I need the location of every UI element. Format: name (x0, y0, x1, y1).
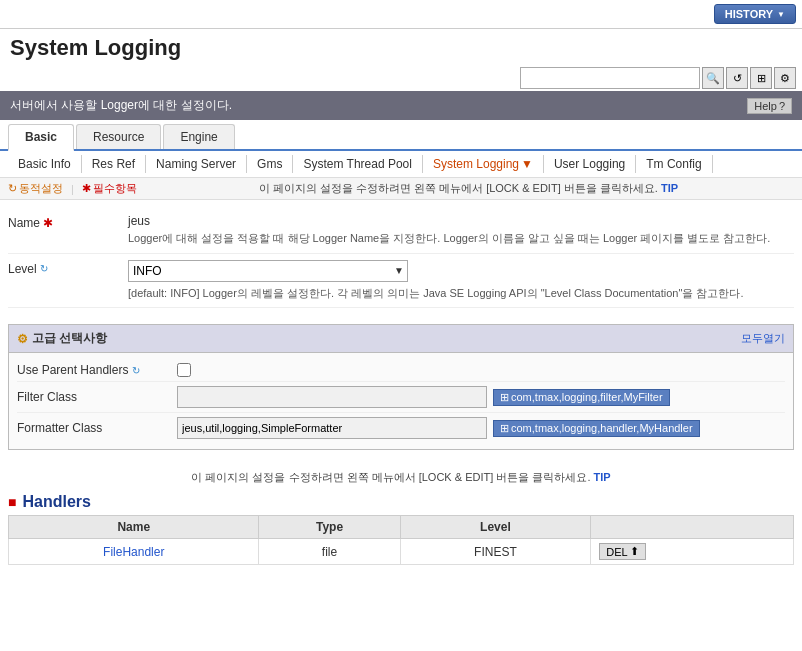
adv-use-parent-handlers-label: Use Parent Handlers ↻ (17, 363, 177, 377)
name-desc: Logger에 대해 설정을 적용할 때 해당 Logger Name을 지정한… (128, 230, 794, 247)
name-value: jeus Logger에 대해 설정을 적용할 때 해당 Logger Name… (128, 214, 794, 247)
table-row: FileHandler file FINEST DEL ⬆ (9, 539, 794, 565)
use-parent-handlers-checkbox[interactable] (177, 363, 191, 377)
name-label: Name ✱ (8, 214, 128, 232)
level-desc: [default: INFO] Logger의 레벨을 설정한다. 각 레벨의 … (128, 285, 794, 302)
handler-type-cell: file (259, 539, 400, 565)
handler-level-cell: FINEST (400, 539, 591, 565)
help-icon: ? (779, 100, 785, 112)
history-arrow-icon: ▼ (777, 10, 785, 19)
subnav-user-logging[interactable]: User Logging (544, 155, 636, 173)
content-area: Name ✱ jeus Logger에 대해 설정을 적용할 때 해당 Logg… (0, 200, 802, 316)
handler-del-label: DEL (606, 546, 627, 558)
tab-engine[interactable]: Engine (163, 124, 234, 149)
handlers-col-type: Type (259, 516, 400, 539)
info-bar-tip: 이 페이지의 설정을 수정하려면 왼쪽 메뉴에서 [LOCK & EDIT] 버… (143, 181, 794, 196)
subnav-system-logging-label: System Logging (433, 157, 519, 171)
help-button[interactable]: Help ? (747, 98, 792, 114)
handler-name-cell[interactable]: FileHandler (9, 539, 259, 565)
formatter-class-input[interactable] (177, 417, 487, 439)
subnav-naming-server[interactable]: Naming Server (146, 155, 247, 173)
formatter-class-button[interactable]: ⊞ com,tmax,logging,handler,MyHandler (493, 420, 700, 437)
gear-icon: ⚙ (17, 332, 28, 346)
use-parent-handlers-refresh-icon[interactable]: ↻ (132, 365, 140, 376)
help-bar-text: 서버에서 사용할 Logger에 대한 설정이다. (10, 97, 232, 114)
subnav-basic-info[interactable]: Basic Info (8, 155, 82, 173)
export-button[interactable]: ⊞ (750, 67, 772, 89)
handlers-section: 이 페이지의 설정을 수정하려면 왼쪽 메뉴에서 [LOCK & EDIT] 버… (0, 466, 802, 565)
filter-class-button[interactable]: ⊞ com,tmax,logging,filter,MyFilter (493, 389, 670, 406)
subnav-system-thread-pool[interactable]: System Thread Pool (293, 155, 423, 173)
adv-use-parent-handlers-row: Use Parent Handlers ↻ (17, 359, 785, 382)
history-label: HISTORY (725, 8, 773, 20)
handlers-col-level: Level (400, 516, 591, 539)
info-bar: ↻ 동적설정 | ✱ 필수항목 이 페이지의 설정을 수정하려면 왼쪽 메뉴에서… (0, 178, 802, 200)
page-title: System Logging (0, 29, 802, 65)
tab-basic[interactable]: Basic (8, 124, 74, 151)
name-field-row: Name ✱ jeus Logger에 대해 설정을 적용할 때 해당 Logg… (8, 208, 794, 254)
handlers-col-actions (591, 516, 794, 539)
required-icon: ✱ (82, 182, 91, 195)
name-required-star: ✱ (43, 216, 53, 230)
handlers-col-name: Name (9, 516, 259, 539)
level-refresh-icon[interactable]: ↻ (40, 263, 48, 274)
tab-resource[interactable]: Resource (76, 124, 161, 149)
settings-button[interactable]: ⚙ (774, 67, 796, 89)
adv-use-parent-handlers-value (177, 363, 785, 377)
handler-del-icon: ⬆ (630, 545, 639, 558)
required-label: ✱ 필수항목 (82, 181, 137, 196)
adv-formatter-class-value: ⊞ com,tmax,logging,handler,MyHandler (177, 417, 785, 439)
advanced-toggle-button[interactable]: 모두열기 (741, 331, 785, 346)
handler-del-button[interactable]: DEL ⬆ (599, 543, 645, 560)
subnav-tm-config[interactable]: Tm Config (636, 155, 712, 173)
subnav-res-ref[interactable]: Res Ref (82, 155, 146, 173)
help-bar: 서버에서 사용할 Logger에 대한 설정이다. Help ? (0, 91, 802, 120)
advanced-title: 고급 선택사항 (32, 330, 107, 347)
sub-nav: Basic Info Res Ref Naming Server Gms Sys… (0, 151, 802, 178)
advanced-section-header: ⚙ 고급 선택사항 모두열기 (8, 324, 794, 353)
handler-actions-cell: DEL ⬆ (591, 539, 794, 565)
handlers-title: ■ Handlers (8, 493, 794, 511)
subnav-system-logging[interactable]: System Logging ▼ (423, 155, 544, 173)
help-label: Help (754, 100, 777, 112)
dynamic-label: ↻ 동적설정 (8, 181, 63, 196)
advanced-content: Use Parent Handlers ↻ Filter Class ⊞ com… (8, 353, 794, 450)
filter-class-btn-icon: ⊞ (500, 391, 509, 404)
handlers-icon: ■ (8, 494, 16, 510)
formatter-class-btn-icon: ⊞ (500, 422, 509, 435)
level-select-wrapper: INFO WARNING SEVERE FINE FINER FINEST AL… (128, 260, 408, 282)
handlers-tip-bar: 이 페이지의 설정을 수정하려면 왼쪽 메뉴에서 [LOCK & EDIT] 버… (8, 466, 794, 489)
search-bar: 🔍 ↺ ⊞ ⚙ (0, 65, 802, 91)
filter-class-input[interactable] (177, 386, 487, 408)
level-label: Level ↻ (8, 260, 128, 278)
advanced-section: ⚙ 고급 선택사항 모두열기 Use Parent Handlers ↻ Fil… (0, 324, 802, 458)
adv-filter-class-row: Filter Class ⊞ com,tmax,logging,filter,M… (17, 382, 785, 413)
adv-formatter-class-label: Formatter Class (17, 421, 177, 435)
name-value-main: jeus (128, 214, 794, 228)
handlers-title-text: Handlers (22, 493, 90, 511)
search-button[interactable]: 🔍 (702, 67, 724, 89)
tip-label: TIP (661, 182, 678, 194)
level-select[interactable]: INFO WARNING SEVERE FINE FINER FINEST AL… (128, 260, 408, 282)
dynamic-icon: ↻ (8, 182, 17, 195)
handlers-tip-label: TIP (594, 471, 611, 483)
history-button[interactable]: HISTORY ▼ (714, 4, 796, 24)
search-input[interactable] (520, 67, 700, 89)
level-value: INFO WARNING SEVERE FINE FINER FINEST AL… (128, 260, 794, 302)
level-field-row: Level ↻ INFO WARNING SEVERE FINE FINER F… (8, 254, 794, 309)
refresh-button[interactable]: ↺ (726, 67, 748, 89)
adv-filter-class-value: ⊞ com,tmax,logging,filter,MyFilter (177, 386, 785, 408)
adv-formatter-class-row: Formatter Class ⊞ com,tmax,logging,handl… (17, 413, 785, 443)
subnav-gms[interactable]: Gms (247, 155, 293, 173)
adv-filter-class-label: Filter Class (17, 390, 177, 404)
subnav-system-logging-arrow: ▼ (521, 157, 533, 171)
advanced-header-left: ⚙ 고급 선택사항 (17, 330, 107, 347)
handlers-table: Name Type Level FileHandler file FINEST … (8, 515, 794, 565)
main-tabs: Basic Resource Engine (0, 124, 802, 151)
